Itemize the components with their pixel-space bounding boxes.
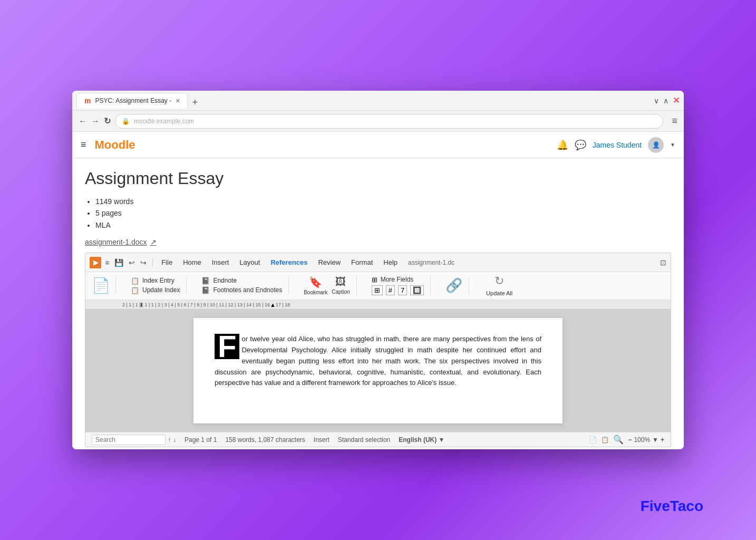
fields-icon-3[interactable]: 7 (398, 285, 407, 295)
footnotes-icon: 📓 (201, 286, 210, 294)
index-entry-label[interactable]: Index Entry (142, 277, 175, 284)
update-index-label[interactable]: Update Index (142, 286, 180, 294)
redo-icon[interactable]: ↪ (139, 257, 148, 268)
tab-area: m PSYC: Assignment Essay - × + (76, 93, 651, 108)
endnote-label[interactable]: Endnote (213, 277, 237, 284)
caption-label[interactable]: Caption (332, 289, 350, 295)
menu-help[interactable]: Help (379, 256, 402, 268)
meta-pages: 5 pages (95, 207, 671, 219)
forward-button[interactable]: → (91, 117, 100, 126)
menu-layout[interactable]: Layout (235, 256, 264, 268)
browser-tab[interactable]: m PSYC: Assignment Essay - × (76, 93, 188, 108)
zoom-minus-button[interactable]: − (628, 436, 632, 443)
fields-icons-row: ⊞ # 7 🔲 (372, 285, 424, 295)
drop-cap: F (215, 334, 239, 359)
notification-icon[interactable]: 🔔 (557, 139, 568, 151)
editor-container: ▶ ≡ 💾 ↩ ↪ File Home Insert Layout Refere… (85, 253, 671, 447)
tab-close-button[interactable]: × (176, 97, 180, 105)
language[interactable]: English (UK) ▼ (399, 436, 444, 443)
editor-arrow-button[interactable]: ▶ (90, 257, 101, 268)
zoom-dropdown[interactable]: ▼ (652, 436, 658, 443)
toc-icon[interactable]: 📄 (92, 277, 110, 294)
maximize-button[interactable]: ∧ (663, 97, 668, 105)
fields-group: ⊞ More Fields ⊞ # 7 🔲 (365, 276, 431, 295)
index-group: 📋 Index Entry 📋 Update Index (124, 277, 187, 294)
status-copy-icon[interactable]: 📋 (601, 436, 609, 443)
moodle-logo: Moodle (95, 138, 135, 152)
editor-statusbar: ↑ ↓ Page 1 of 1 158 words, 1,087 charact… (85, 432, 671, 447)
avatar[interactable]: 👤 (648, 137, 664, 153)
user-dropdown-arrow[interactable]: ▼ (670, 142, 675, 148)
brand-name: FiveTaco (641, 498, 703, 514)
endnote-group: 📓 Endnote 📓 Footnotes and Endnotes (195, 277, 289, 294)
index-entry-row: 📋 Index Entry (131, 277, 180, 285)
docx-filename: assignment-1.docx (85, 238, 147, 246)
zoom-search-icon[interactable]: 🔍 (613, 435, 624, 445)
meta-list: 1149 words 5 pages MLA (85, 196, 671, 231)
caption-btn-group: 🖼 Caption (332, 276, 350, 295)
word-info: 158 words, 1,087 characters (225, 436, 305, 443)
toc-group: 📄 (90, 277, 116, 294)
document-page[interactable]: F or twelve year old Alice, who has stru… (193, 318, 563, 423)
update-index-row: 📋 Update Index (131, 286, 180, 294)
search-input[interactable] (92, 435, 166, 445)
menu-references[interactable]: References (266, 256, 312, 268)
caption-icon[interactable]: 🖼 (335, 276, 346, 288)
zoom-level: 100% (634, 436, 650, 443)
update-all-icon[interactable]: ↻ (495, 274, 504, 288)
cross-ref-icon[interactable]: 🔗 (445, 277, 462, 294)
minimize-button[interactable]: ∨ (654, 97, 659, 105)
search-next-button[interactable]: ↓ (173, 436, 176, 443)
toolbar-separator (152, 258, 153, 267)
fullscreen-icon[interactable]: ⊡ (660, 258, 666, 267)
doc-name: assignment-1.dc (404, 259, 459, 266)
meta-style: MLA (95, 219, 671, 231)
address-text: moodle.example.com (134, 118, 194, 125)
user-name[interactable]: James Student (593, 141, 642, 149)
address-bar[interactable]: 🔒 moodle.example.com (115, 114, 663, 129)
editor-ruler: 2 | 1 | 1 | I | 1 | 1 | 2 | 3 | 4 | 5 | … (85, 300, 671, 310)
status-doc-icon[interactable]: 📄 (589, 436, 597, 443)
close-button[interactable]: ✕ (673, 95, 680, 105)
bookmark-icon[interactable]: 🔖 (309, 276, 322, 288)
moodle-header: ≡ Moodle 🔔 💬 James Student 👤 ▼ (72, 132, 684, 158)
menu-insert[interactable]: Insert (208, 256, 234, 268)
editor-ribbon: 📄 📋 Index Entry 📋 Update Index (85, 272, 671, 300)
back-button[interactable]: ← (79, 117, 87, 126)
fields-icon-4[interactable]: 🔲 (410, 285, 424, 295)
message-icon[interactable]: 💬 (575, 139, 586, 151)
page-info: Page 1 of 1 (185, 436, 217, 443)
update-index-icon: 📋 (131, 286, 139, 294)
caption-group: 🔖 Bookmark 🖼 Caption (297, 276, 356, 295)
refresh-button[interactable]: ↻ (104, 116, 111, 126)
toolbar-hamburger[interactable]: ≡ (103, 257, 111, 268)
cross-ref-group: 🔗 (439, 277, 469, 294)
status-left: ↑ ↓ (92, 435, 176, 445)
docx-link[interactable]: assignment-1.docx ↗ (85, 238, 157, 246)
menu-file[interactable]: File (157, 256, 177, 268)
menu-review[interactable]: Review (314, 256, 345, 268)
save-icon[interactable]: 💾 (113, 257, 125, 268)
page-content: Assignment Essay 1149 words 5 pages MLA … (72, 158, 684, 449)
menu-home[interactable]: Home (179, 256, 206, 268)
browser-window: m PSYC: Assignment Essay - × + ∨ ∧ ✕ ← →… (72, 91, 684, 449)
more-fields-icon: ⊞ (372, 276, 377, 284)
selection-mode[interactable]: Standard selection (338, 436, 390, 443)
fields-icon-1[interactable]: ⊞ (372, 285, 383, 295)
hamburger-menu[interactable]: ≡ (81, 139, 86, 150)
search-prev-button[interactable]: ↑ (168, 436, 171, 443)
update-all-label[interactable]: Update All (486, 290, 512, 296)
footnotes-label[interactable]: Footnotes and Endnotes (213, 286, 282, 294)
bookmark-group: 🔖 Bookmark (304, 276, 327, 295)
more-fields-label[interactable]: More Fields (381, 276, 414, 283)
browser-menu-icon[interactable]: ≡ (672, 115, 677, 127)
zoom-plus-button[interactable]: + (661, 436, 664, 443)
menu-format[interactable]: Format (347, 256, 377, 268)
undo-icon[interactable]: ↩ (127, 257, 137, 268)
document-body-text: or twelve year old Alice, who has strugg… (215, 335, 541, 387)
insert-mode[interactable]: Insert (314, 436, 329, 443)
fields-icon-2[interactable]: # (386, 285, 395, 295)
bookmark-label[interactable]: Bookmark (304, 290, 327, 295)
new-tab-button[interactable]: + (188, 97, 202, 108)
avatar-icon: 👤 (652, 141, 660, 149)
